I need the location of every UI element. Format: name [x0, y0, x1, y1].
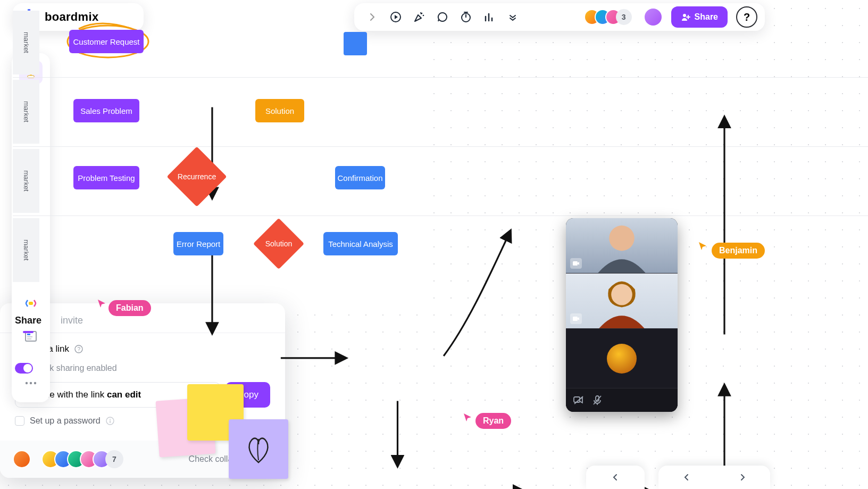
canvas-board[interactable]: market market market market Customer Req…: [0, 0, 431, 303]
node-solution-decision[interactable]: Solution: [261, 226, 297, 262]
top-toolbar: 3 Share ?: [354, 3, 765, 31]
collab-overflow-count: 7: [105, 450, 123, 468]
svg-rect-29: [573, 261, 578, 266]
chevron-right-icon[interactable]: [362, 6, 383, 28]
link-sharing-toggle[interactable]: [15, 363, 33, 374]
play-icon[interactable]: [385, 6, 406, 28]
swimlane-2: market: [13, 80, 39, 144]
svg-rect-16: [27, 334, 30, 335]
svg-rect-27: [110, 420, 111, 423]
video-controls: [566, 388, 678, 412]
bottom-bar-left[interactable]: [586, 466, 645, 489]
presence-overflow-count[interactable]: 3: [616, 9, 632, 25]
heart-sketch-icon: [244, 433, 273, 466]
more-double-chevron-icon[interactable]: [502, 6, 523, 28]
sticky-lilac[interactable]: [229, 419, 288, 479]
camera-off-icon[interactable]: [573, 395, 584, 405]
svg-rect-17: [27, 336, 32, 337]
swimlane-3: market: [13, 149, 39, 213]
cursor-benjamin: Benjamin: [698, 233, 765, 259]
tool-mindmap[interactable]: [19, 292, 43, 315]
tab-share[interactable]: Share: [15, 315, 41, 333]
svg-rect-18: [27, 338, 31, 339]
share-user-plus-icon: [681, 12, 690, 22]
confetti-icon[interactable]: [408, 6, 430, 28]
svg-rect-14: [29, 302, 33, 305]
node-blue-top[interactable]: [344, 32, 367, 55]
node-recurrence[interactable]: Recurrence: [176, 155, 218, 198]
node-sales-problem[interactable]: Sales Problem: [73, 99, 139, 122]
chevron-right-icon[interactable]: [739, 474, 746, 481]
video-tile-1[interactable]: [566, 218, 678, 273]
chevron-left-icon[interactable]: [612, 474, 619, 481]
node-customer-request[interactable]: Customer Request: [69, 30, 144, 53]
svg-point-19: [26, 382, 28, 384]
tool-more[interactable]: [19, 371, 43, 395]
swimlane-1: market: [13, 11, 39, 74]
video-tile-3[interactable]: [566, 329, 678, 388]
password-label: Set up a password: [30, 416, 101, 426]
help-button[interactable]: ?: [736, 6, 757, 28]
node-problem-testing[interactable]: Problem Testing: [73, 166, 139, 189]
presence-avatars[interactable]: 3: [584, 9, 632, 25]
comment-icon[interactable]: [432, 6, 453, 28]
node-error-report[interactable]: Error Report: [173, 232, 223, 255]
node-confirmation[interactable]: Confirmation: [335, 166, 385, 189]
svg-text:?: ?: [78, 346, 81, 352]
tab-invite[interactable]: invite: [61, 315, 83, 333]
node-technical-analysis[interactable]: Technical Analysis: [323, 232, 398, 255]
share-button[interactable]: Share: [671, 6, 728, 28]
poll-icon[interactable]: [479, 6, 500, 28]
password-checkbox[interactable]: [15, 416, 24, 426]
svg-point-26: [110, 419, 111, 420]
current-user-avatar[interactable]: [644, 7, 663, 27]
camera-icon: [570, 258, 582, 269]
svg-point-30: [611, 284, 632, 305]
svg-point-21: [34, 382, 36, 384]
link-sharing-label: Link sharing enabled: [38, 363, 117, 373]
svg-point-20: [30, 382, 32, 384]
svg-point-28: [609, 226, 635, 251]
svg-point-5: [683, 14, 686, 17]
node-solution[interactable]: Solution: [255, 99, 304, 122]
cursor-ryan: Ryan: [463, 405, 511, 429]
info-icon[interactable]: [106, 417, 114, 425]
chevron-left-icon[interactable]: [683, 474, 690, 481]
mic-off-icon[interactable]: [592, 395, 602, 405]
camera-icon: [570, 313, 582, 324]
video-call-widget[interactable]: [566, 218, 678, 412]
bottom-bar-right[interactable]: [658, 466, 770, 489]
video-tile-2[interactable]: [566, 273, 678, 329]
timer-icon[interactable]: [455, 6, 477, 28]
info-icon[interactable]: ?: [74, 345, 83, 353]
svg-point-3: [423, 15, 424, 16]
svg-rect-31: [573, 317, 578, 321]
swimlane-4: market: [13, 218, 39, 282]
cursor-fabian: Fabian: [97, 291, 151, 316]
